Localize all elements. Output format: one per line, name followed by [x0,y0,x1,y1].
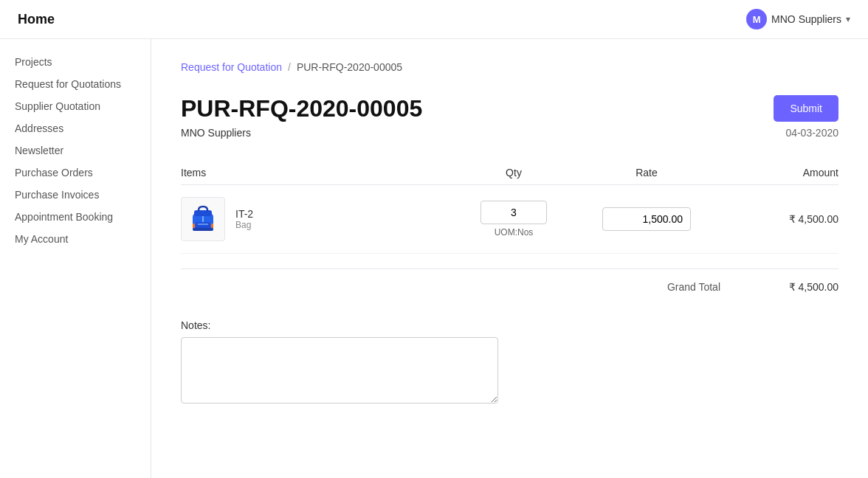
col-qty: Qty [455,167,573,179]
svg-rect-1 [194,210,212,216]
app-title: Home [18,12,55,27]
table-row: IT-2 Bag UOM:Nos ₹ 4,500.00 [181,185,838,254]
svg-rect-7 [193,228,213,231]
sidebar-item-rfq[interactable]: Request for Quotations [0,73,151,95]
document-title: PUR-RFQ-2020-00005 [181,95,422,122]
svg-rect-5 [193,224,195,228]
rate-input[interactable] [602,207,691,231]
submit-button[interactable]: Submit [774,95,838,122]
notes-label: Notes: [181,319,838,331]
user-avatar: M [746,9,767,30]
user-name: MNO Suppliers [771,13,841,25]
notes-section: Notes: [181,319,838,406]
qty-input[interactable] [480,201,547,224]
item-cell: IT-2 Bag [181,197,455,241]
supplier-name: MNO Suppliers [181,127,251,139]
qty-cell: UOM:Nos [455,201,573,238]
svg-rect-6 [211,224,213,228]
sidebar-item-purchase-invoices[interactable]: Purchase Invoices [0,184,151,206]
item-name: IT-2 [235,208,253,220]
grand-total-row: Grand Total ₹ 4,500.00 [181,269,838,305]
items-table: Items Qty Rate Amount [181,161,838,254]
breadcrumb: Request for Quotation / PUR-RFQ-2020-000… [181,61,838,73]
sidebar-item-projects[interactable]: Projects [0,51,151,73]
main-content: Request for Quotation / PUR-RFQ-2020-000… [151,39,868,478]
notes-textarea[interactable] [181,337,498,403]
sidebar-item-purchase-orders[interactable]: Purchase Orders [0,162,151,184]
sidebar: Projects Request for Quotations Supplier… [0,39,151,478]
sidebar-item-supplier-quotation[interactable]: Supplier Quotation [0,95,151,117]
breadcrumb-current: PUR-RFQ-2020-00005 [297,61,402,73]
breadcrumb-separator: / [288,61,291,73]
item-details: IT-2 Bag [235,208,253,230]
user-menu[interactable]: M MNO Suppliers ▾ [746,9,850,30]
breadcrumb-link[interactable]: Request for Quotation [181,61,282,73]
grand-total-amount: ₹ 4,500.00 [765,281,838,293]
sidebar-item-newsletter[interactable]: Newsletter [0,139,151,162]
chevron-down-icon: ▾ [846,14,850,24]
rate-cell [573,207,720,231]
col-items: Items [181,167,455,179]
col-rate: Rate [573,167,720,179]
col-amount: Amount [720,167,838,179]
item-description: Bag [235,220,253,230]
sidebar-item-addresses[interactable]: Addresses [0,117,151,139]
item-image [181,197,225,241]
document-date: 04-03-2020 [785,127,838,139]
uom-label: UOM:Nos [495,227,534,238]
amount-cell: ₹ 4,500.00 [720,213,838,225]
grand-total-label: Grand Total [667,281,720,293]
sidebar-item-appointment-booking[interactable]: Appointment Booking [0,206,151,228]
sidebar-item-my-account[interactable]: My Account [0,228,151,250]
